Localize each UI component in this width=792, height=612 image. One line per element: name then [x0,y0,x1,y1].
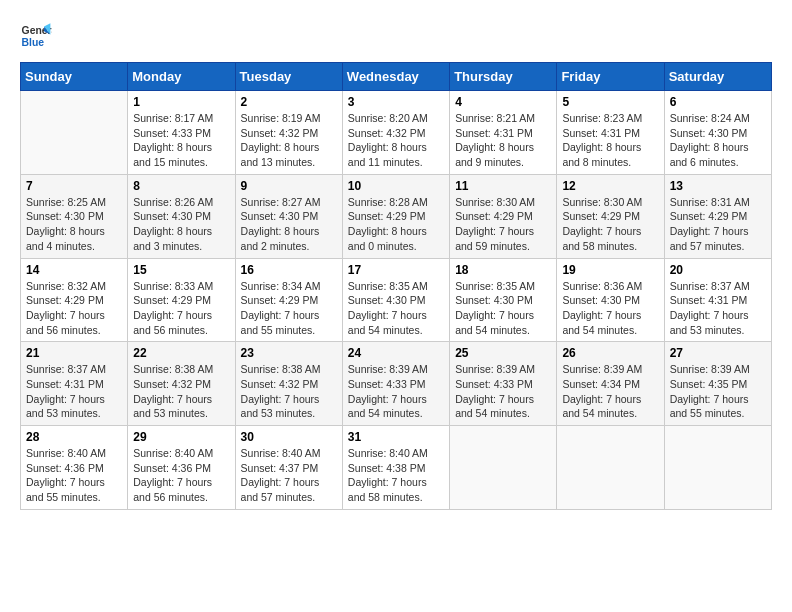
day-info: Sunrise: 8:26 AM Sunset: 4:30 PM Dayligh… [133,195,229,254]
day-number: 31 [348,430,444,444]
day-info: Sunrise: 8:21 AM Sunset: 4:31 PM Dayligh… [455,111,551,170]
day-number: 21 [26,346,122,360]
calendar-day-cell: 27Sunrise: 8:39 AM Sunset: 4:35 PM Dayli… [664,342,771,426]
calendar-day-cell: 29Sunrise: 8:40 AM Sunset: 4:36 PM Dayli… [128,426,235,510]
logo-icon: General Blue [20,20,52,52]
column-header-friday: Friday [557,63,664,91]
day-info: Sunrise: 8:39 AM Sunset: 4:35 PM Dayligh… [670,362,766,421]
day-info: Sunrise: 8:34 AM Sunset: 4:29 PM Dayligh… [241,279,337,338]
calendar-day-cell: 21Sunrise: 8:37 AM Sunset: 4:31 PM Dayli… [21,342,128,426]
column-header-monday: Monday [128,63,235,91]
day-number: 15 [133,263,229,277]
day-number: 1 [133,95,229,109]
calendar-week-row: 21Sunrise: 8:37 AM Sunset: 4:31 PM Dayli… [21,342,772,426]
empty-cell [450,426,557,510]
day-info: Sunrise: 8:23 AM Sunset: 4:31 PM Dayligh… [562,111,658,170]
day-number: 11 [455,179,551,193]
day-number: 25 [455,346,551,360]
day-info: Sunrise: 8:28 AM Sunset: 4:29 PM Dayligh… [348,195,444,254]
calendar-day-cell: 26Sunrise: 8:39 AM Sunset: 4:34 PM Dayli… [557,342,664,426]
calendar-day-cell: 18Sunrise: 8:35 AM Sunset: 4:30 PM Dayli… [450,258,557,342]
calendar-day-cell: 13Sunrise: 8:31 AM Sunset: 4:29 PM Dayli… [664,174,771,258]
day-number: 6 [670,95,766,109]
calendar-day-cell: 1Sunrise: 8:17 AM Sunset: 4:33 PM Daylig… [128,91,235,175]
day-info: Sunrise: 8:38 AM Sunset: 4:32 PM Dayligh… [133,362,229,421]
day-number: 17 [348,263,444,277]
day-number: 13 [670,179,766,193]
calendar-week-row: 1Sunrise: 8:17 AM Sunset: 4:33 PM Daylig… [21,91,772,175]
calendar-day-cell: 22Sunrise: 8:38 AM Sunset: 4:32 PM Dayli… [128,342,235,426]
calendar-day-cell: 5Sunrise: 8:23 AM Sunset: 4:31 PM Daylig… [557,91,664,175]
column-header-tuesday: Tuesday [235,63,342,91]
day-number: 8 [133,179,229,193]
day-number: 9 [241,179,337,193]
day-number: 3 [348,95,444,109]
day-info: Sunrise: 8:37 AM Sunset: 4:31 PM Dayligh… [26,362,122,421]
calendar-day-cell: 8Sunrise: 8:26 AM Sunset: 4:30 PM Daylig… [128,174,235,258]
day-info: Sunrise: 8:31 AM Sunset: 4:29 PM Dayligh… [670,195,766,254]
calendar-week-row: 28Sunrise: 8:40 AM Sunset: 4:36 PM Dayli… [21,426,772,510]
calendar-week-row: 14Sunrise: 8:32 AM Sunset: 4:29 PM Dayli… [21,258,772,342]
day-info: Sunrise: 8:24 AM Sunset: 4:30 PM Dayligh… [670,111,766,170]
day-info: Sunrise: 8:35 AM Sunset: 4:30 PM Dayligh… [455,279,551,338]
day-number: 12 [562,179,658,193]
day-info: Sunrise: 8:40 AM Sunset: 4:36 PM Dayligh… [133,446,229,505]
svg-text:Blue: Blue [22,37,45,48]
calendar-week-row: 7Sunrise: 8:25 AM Sunset: 4:30 PM Daylig… [21,174,772,258]
day-number: 20 [670,263,766,277]
day-number: 24 [348,346,444,360]
calendar-day-cell: 2Sunrise: 8:19 AM Sunset: 4:32 PM Daylig… [235,91,342,175]
day-info: Sunrise: 8:19 AM Sunset: 4:32 PM Dayligh… [241,111,337,170]
calendar-day-cell: 9Sunrise: 8:27 AM Sunset: 4:30 PM Daylig… [235,174,342,258]
day-number: 23 [241,346,337,360]
calendar-day-cell: 10Sunrise: 8:28 AM Sunset: 4:29 PM Dayli… [342,174,449,258]
day-number: 28 [26,430,122,444]
day-number: 14 [26,263,122,277]
day-number: 18 [455,263,551,277]
day-info: Sunrise: 8:40 AM Sunset: 4:36 PM Dayligh… [26,446,122,505]
calendar-day-cell: 15Sunrise: 8:33 AM Sunset: 4:29 PM Dayli… [128,258,235,342]
calendar-day-cell: 16Sunrise: 8:34 AM Sunset: 4:29 PM Dayli… [235,258,342,342]
calendar-day-cell: 4Sunrise: 8:21 AM Sunset: 4:31 PM Daylig… [450,91,557,175]
day-info: Sunrise: 8:27 AM Sunset: 4:30 PM Dayligh… [241,195,337,254]
day-number: 30 [241,430,337,444]
calendar-day-cell: 6Sunrise: 8:24 AM Sunset: 4:30 PM Daylig… [664,91,771,175]
calendar-day-cell: 11Sunrise: 8:30 AM Sunset: 4:29 PM Dayli… [450,174,557,258]
calendar-day-cell: 20Sunrise: 8:37 AM Sunset: 4:31 PM Dayli… [664,258,771,342]
day-info: Sunrise: 8:33 AM Sunset: 4:29 PM Dayligh… [133,279,229,338]
day-info: Sunrise: 8:20 AM Sunset: 4:32 PM Dayligh… [348,111,444,170]
day-info: Sunrise: 8:38 AM Sunset: 4:32 PM Dayligh… [241,362,337,421]
day-info: Sunrise: 8:36 AM Sunset: 4:30 PM Dayligh… [562,279,658,338]
calendar-day-cell: 14Sunrise: 8:32 AM Sunset: 4:29 PM Dayli… [21,258,128,342]
day-info: Sunrise: 8:25 AM Sunset: 4:30 PM Dayligh… [26,195,122,254]
day-info: Sunrise: 8:40 AM Sunset: 4:37 PM Dayligh… [241,446,337,505]
day-number: 5 [562,95,658,109]
calendar-day-cell: 24Sunrise: 8:39 AM Sunset: 4:33 PM Dayli… [342,342,449,426]
day-number: 2 [241,95,337,109]
column-header-sunday: Sunday [21,63,128,91]
page-header: General Blue [20,20,772,52]
calendar-header-row: SundayMondayTuesdayWednesdayThursdayFrid… [21,63,772,91]
day-number: 22 [133,346,229,360]
day-info: Sunrise: 8:17 AM Sunset: 4:33 PM Dayligh… [133,111,229,170]
calendar-day-cell: 23Sunrise: 8:38 AM Sunset: 4:32 PM Dayli… [235,342,342,426]
day-info: Sunrise: 8:39 AM Sunset: 4:33 PM Dayligh… [455,362,551,421]
day-info: Sunrise: 8:30 AM Sunset: 4:29 PM Dayligh… [455,195,551,254]
column-header-wednesday: Wednesday [342,63,449,91]
day-number: 16 [241,263,337,277]
calendar-table: SundayMondayTuesdayWednesdayThursdayFrid… [20,62,772,510]
day-number: 7 [26,179,122,193]
day-info: Sunrise: 8:37 AM Sunset: 4:31 PM Dayligh… [670,279,766,338]
day-number: 19 [562,263,658,277]
day-info: Sunrise: 8:35 AM Sunset: 4:30 PM Dayligh… [348,279,444,338]
calendar-day-cell: 31Sunrise: 8:40 AM Sunset: 4:38 PM Dayli… [342,426,449,510]
empty-cell [21,91,128,175]
logo: General Blue [20,20,52,52]
day-number: 4 [455,95,551,109]
calendar-day-cell: 17Sunrise: 8:35 AM Sunset: 4:30 PM Dayli… [342,258,449,342]
day-info: Sunrise: 8:39 AM Sunset: 4:34 PM Dayligh… [562,362,658,421]
day-number: 10 [348,179,444,193]
calendar-day-cell: 3Sunrise: 8:20 AM Sunset: 4:32 PM Daylig… [342,91,449,175]
day-number: 29 [133,430,229,444]
day-info: Sunrise: 8:39 AM Sunset: 4:33 PM Dayligh… [348,362,444,421]
